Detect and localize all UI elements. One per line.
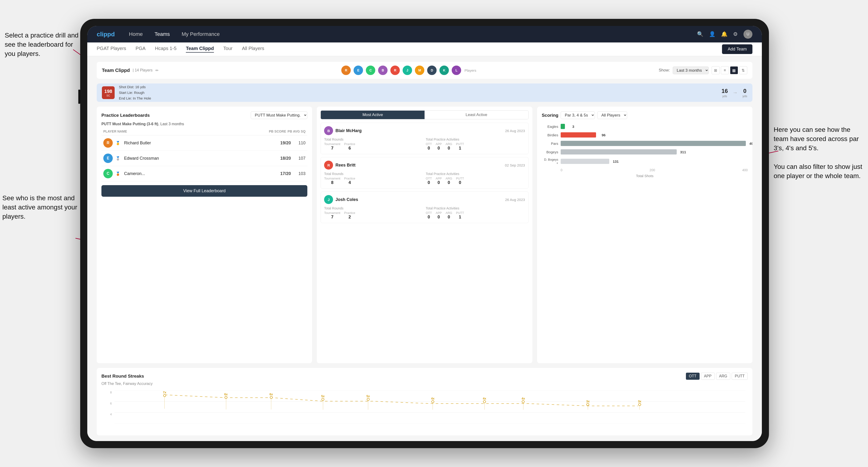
streak-stem-7x	[164, 397, 165, 409]
drill-select[interactable]: PUTT Must Make Putting...	[251, 111, 307, 119]
player-avatar-8[interactable]: D	[427, 65, 437, 75]
player-card-2-avatar: R	[324, 161, 333, 169]
streak-btn-putt[interactable]: PUTT	[732, 373, 748, 380]
streak-dot-3x-1: 3x	[586, 400, 589, 410]
player-3-app: APP 0	[436, 211, 442, 220]
subnav-tour[interactable]: Tour	[223, 46, 232, 53]
nav-item-teams[interactable]: Teams	[154, 31, 170, 37]
player-avatar-2[interactable]: E	[353, 65, 364, 75]
streak-chart: 8 6 4	[101, 388, 748, 431]
player-card-3-name: Josh Coles	[335, 197, 503, 202]
streak-label-4x-3: 4x	[522, 397, 525, 400]
player-1-activities-label: Total Practice Activities	[426, 137, 525, 141]
side-button[interactable]	[78, 90, 80, 104]
streak-label-5x-2: 5x	[367, 394, 370, 398]
nav-item-home[interactable]: Home	[129, 31, 143, 37]
players-label: Players	[464, 68, 476, 72]
most-active-button[interactable]: Most Active	[321, 111, 425, 119]
streak-circle-7x	[163, 394, 166, 397]
lb-medal-1: 🥇	[116, 141, 120, 145]
show-select[interactable]: Last 3 months	[673, 66, 709, 74]
player-avatar-10[interactable]: L	[451, 65, 462, 75]
score-yds-0: 0 yds	[743, 88, 747, 98]
lb-medal-2: 🥈	[116, 156, 120, 161]
lb-row-1: R 🥇 Richard Butler 19/20 110	[101, 135, 307, 151]
chart-row-pars: Pars 499	[542, 141, 748, 146]
search-icon[interactable]: 🔍	[697, 31, 703, 37]
leaderboard-header: Practice Leaderboards PUTT Must Make Put…	[101, 111, 307, 119]
player-3-activities-label: Total Practice Activities	[426, 206, 525, 210]
y-label-mid: 6	[101, 402, 112, 405]
view-full-leaderboard-button[interactable]: View Full Leaderboard	[101, 185, 307, 197]
player-1-activities: Total Practice Activities OTT 0 APP 0	[426, 137, 525, 151]
edit-team-icon[interactable]: ✏	[155, 68, 158, 73]
lb-score-1: 19/20	[277, 141, 291, 146]
player-2-activities: Total Practice Activities OTT 0 APP 0	[426, 172, 525, 185]
lb-name-3: Cameron...	[124, 171, 274, 176]
list-view-icon[interactable]: ≡	[721, 66, 729, 74]
lb-name-1: Richard Butler	[124, 141, 274, 146]
filter-icon[interactable]: ⇅	[739, 66, 747, 74]
streak-btn-app[interactable]: APP	[701, 373, 715, 380]
par-filter-select[interactable]: Par 3, 4 & 5s	[561, 111, 595, 119]
grid-view-icon[interactable]: ⊞	[712, 66, 720, 74]
lb-medal-3: 🥉	[116, 172, 120, 176]
streak-dot-4x-1: 4x	[431, 397, 434, 410]
bell-icon[interactable]: 🔔	[721, 31, 727, 37]
streak-circle-5x-1	[321, 398, 324, 401]
main-grid: Practice Leaderboards PUTT Must Make Put…	[97, 106, 752, 363]
least-active-button[interactable]: Least Active	[425, 111, 528, 119]
player-2-ott: OTT 0	[426, 177, 432, 185]
card-view-icon[interactable]: ▦	[730, 66, 738, 74]
player-card-3-stats: Total Rounds Tournament 7 Practice 2	[324, 206, 525, 220]
profile-icon[interactable]: 👤	[709, 31, 715, 37]
activity-toggle: Most Active Least Active	[320, 111, 528, 119]
player-avatar-4[interactable]: B	[378, 65, 388, 75]
streak-svg	[115, 391, 745, 424]
player-2-rounds-label: Total Rounds	[324, 172, 423, 176]
player-avatar-9[interactable]: K	[439, 65, 450, 75]
pars-label: Pars	[542, 142, 558, 146]
avatar[interactable]: U	[743, 30, 752, 39]
player-avatar-3[interactable]: C	[365, 65, 376, 75]
player-card-2-date: 02 Sep 2023	[505, 163, 525, 167]
streak-dot-3x-2: 3x	[638, 400, 641, 410]
streak-btn-ott[interactable]: OTT	[686, 373, 700, 380]
axis-200: 200	[650, 168, 655, 172]
player-avatars: R E C B R J M D K L	[341, 65, 462, 75]
player-avatar-6[interactable]: J	[402, 65, 412, 75]
player-avatar-7[interactable]: M	[414, 65, 425, 75]
player-filter-select[interactable]: All Players	[597, 111, 627, 119]
player-1-tournament: Tournament 7	[324, 142, 340, 151]
subnav-hcaps[interactable]: Hcaps 1-5	[155, 46, 177, 53]
player-card-1: B Blair McHarg 26 Aug 2023 Total Rounds …	[320, 123, 528, 154]
birdies-bar: 96	[561, 132, 596, 137]
streak-circle-4x-1	[431, 400, 434, 403]
pars-bar: 499	[561, 141, 746, 146]
tablet-screen: clippd Home Teams My Performance 🔍 👤 🔔 ⚙…	[87, 26, 762, 441]
player-3-rounds-label: Total Rounds	[324, 206, 423, 210]
settings-icon[interactable]: ⚙	[733, 31, 738, 37]
streak-btn-arg[interactable]: ARG	[716, 373, 731, 380]
nav-item-performance[interactable]: My Performance	[182, 31, 220, 37]
add-team-button[interactable]: Add Team	[722, 44, 752, 54]
lb-score-3: 17/20	[277, 171, 291, 176]
lb-avatar-2: E	[103, 154, 113, 163]
subnav-pgat[interactable]: PGAT Players	[97, 46, 126, 53]
streak-circle-4x-2	[483, 400, 486, 403]
subnav-all-players[interactable]: All Players	[242, 46, 264, 53]
team-player-count: | 14 Players	[133, 68, 153, 72]
streaks-buttons: OTT APP ARG PUTT	[686, 373, 748, 380]
subnav-pga[interactable]: PGA	[135, 46, 146, 53]
player-avatar-1[interactable]: R	[341, 65, 351, 75]
player-3-arg: ARG 0	[445, 211, 452, 220]
dbogeys-label: D. Bogeys +	[542, 158, 558, 165]
pars-bar-wrap: 499	[561, 141, 748, 146]
streak-circle-3x-1	[586, 403, 589, 406]
streak-stem-6x-2	[271, 399, 271, 409]
subnav-team-clippd[interactable]: Team Clippd	[186, 46, 214, 53]
y-label-top: 8	[101, 391, 112, 394]
player-avatar-5[interactable]: R	[390, 65, 400, 75]
player-card-1-date: 26 Aug 2023	[505, 129, 525, 133]
lb-avatar-1: R	[103, 138, 113, 148]
